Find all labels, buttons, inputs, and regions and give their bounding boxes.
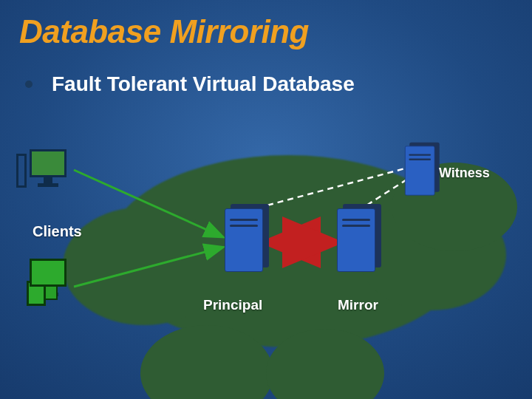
mirror-label: Mirror <box>338 297 378 313</box>
diagram-area: Witness Principal Mirror Clients <box>0 126 532 392</box>
principal-server-icon <box>225 208 265 272</box>
witness-label: Witness <box>439 166 490 181</box>
client-computer-icon <box>30 149 66 187</box>
bullet-marker <box>25 81 33 88</box>
bullet-text: Fault Tolerant Virtual Database <box>52 72 355 96</box>
clients-label: Clients <box>33 223 82 240</box>
principal-label: Principal <box>203 297 262 313</box>
bullet-item: Fault Tolerant Virtual Database <box>0 50 532 96</box>
witness-server-icon <box>405 146 436 195</box>
slide-title: Database Mirroring <box>0 0 532 50</box>
client-computer-icon <box>30 259 66 296</box>
mirror-server-icon <box>337 208 377 272</box>
